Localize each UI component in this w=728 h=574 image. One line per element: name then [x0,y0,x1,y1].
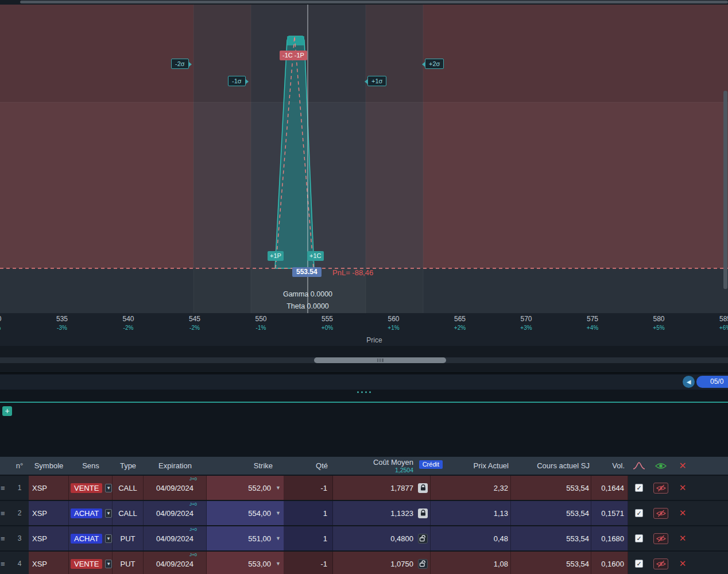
delete-leg-button[interactable]: ✕ [672,501,694,525]
hide-leg-toggle[interactable] [650,552,672,574]
put-leg-tag[interactable]: +1P [268,251,284,261]
side-value: VENTE [71,559,102,569]
eye-icon [655,462,667,470]
side-dropdown[interactable]: ACHAT ▼ [69,526,113,550]
header-cours-sj: Cours actuel SJ [511,457,591,475]
credit-badge[interactable]: Crédit [419,460,443,469]
caret-down-icon[interactable]: ▼ [105,509,112,518]
include-leg-checkbox[interactable]: ✓ [628,476,650,500]
avg-cost-value: 0,4800 [390,534,413,543]
leg-row: ≡ 1 XSP VENTE ▼ CALL J+0 04/09/2024 552,… [0,476,728,500]
x-axis-tick: 550-1% [244,315,278,331]
delete-leg-button[interactable]: ✕ [672,526,694,550]
sigma-plus1-tag: +1σ [367,76,386,86]
net-credit-value: 1,2504 [373,467,413,473]
sigma-plus2-tag: +2σ [425,59,444,69]
leg-symbol: XSP [29,501,69,525]
quantity-cell[interactable]: -1 [284,476,333,500]
side-dropdown[interactable]: VENTE ▼ [69,476,113,500]
strike-dropdown[interactable]: 553,00 ▼ [207,552,284,574]
caret-down-icon[interactable]: ▼ [105,534,112,543]
x-axis-tick: 570+3% [509,315,544,331]
payoff-chart[interactable]: -2σ -1σ +1σ +2σ -1C -1P +1P +1C 553.54 P… [0,5,728,313]
side-dropdown[interactable]: VENTE ▼ [69,552,113,574]
strike-dropdown[interactable]: 552,00 ▼ [207,476,284,500]
chart-vertical-scrollbar[interactable] [723,91,727,289]
expiration-date: 04/09/2024 [156,484,193,492]
side-value: ACHAT [71,508,102,518]
leg-type: CALL [113,501,144,525]
expiration-cell[interactable]: J+0 04/09/2024 [144,476,207,500]
x-axis-tick: 575+4% [575,315,610,331]
delete-leg-button[interactable]: ✕ [672,476,694,500]
delete-all-legs-button[interactable]: ✕ [672,457,694,475]
expiration-cell[interactable]: J+0 04/09/2024 [144,501,207,525]
payoff-curve-toggle[interactable] [628,457,650,475]
delete-leg-button[interactable]: ✕ [672,552,694,574]
checkbox-icon[interactable]: ✓ [635,534,643,542]
header-drag-spacer [0,457,10,475]
expiration-date: 04/09/2024 [156,509,193,518]
checkbox-icon[interactable]: ✓ [635,484,643,492]
unlock-icon[interactable] [418,559,428,569]
scrollbar-thumb[interactable] [314,357,446,363]
lock-icon[interactable] [418,483,428,493]
hide-leg-toggle[interactable] [650,526,672,550]
quantity-cell[interactable]: 1 [284,526,333,550]
chart-horizontal-scrollbar[interactable] [0,357,728,363]
avg-cost-value: 1,0750 [390,560,413,568]
include-leg-checkbox[interactable]: ✓ [628,526,650,550]
caret-down-icon: ▼ [276,510,281,516]
caret-down-icon: ▼ [276,561,281,567]
drag-handle-icon[interactable]: ≡ [0,552,10,574]
top-scrollbar-thumb[interactable] [20,1,728,3]
expiration-cell[interactable]: J+0 04/09/2024 [144,526,207,550]
hide-leg-toggle[interactable] [650,501,672,525]
unlock-icon[interactable] [418,534,428,544]
call-leg-tag[interactable]: +1C [307,251,324,261]
panel-splitter-handle[interactable] [343,390,385,395]
add-tab-button[interactable]: + [2,406,12,416]
avg-cost-cell[interactable]: 1,0750 [333,552,431,574]
drag-handle-icon[interactable]: ≡ [0,526,10,550]
curve-icon [633,461,645,470]
expiration-cell[interactable]: J+0 04/09/2024 [144,552,207,574]
quantity-cell[interactable]: -1 [284,552,333,574]
underlying-price-cell: 553,54 [511,552,591,574]
avg-cost-cell[interactable]: 1,1323 [333,501,431,525]
include-leg-checkbox[interactable]: ✓ [628,501,650,525]
show-all-legs-toggle[interactable] [650,457,672,475]
underlying-price-cell: 553,54 [511,526,591,550]
strategy-peak-tag[interactable]: -1C -1P [280,51,307,60]
header-expiration: Expiration [144,457,207,475]
row-filler [694,526,728,550]
drag-handle-icon[interactable]: ≡ [0,501,10,525]
strike-dropdown[interactable]: 551,00 ▼ [207,526,284,550]
header-cout-moyen: Coût Moyen 1,2504 Crédit [333,457,431,475]
checkbox-icon[interactable]: ✓ [635,560,643,568]
leg-symbol: XSP [29,552,69,574]
side-dropdown[interactable]: ACHAT ▼ [69,501,113,525]
underlying-price-cell: 553,54 [511,501,591,525]
top-scrollbar[interactable] [0,0,728,5]
hide-leg-toggle[interactable] [650,476,672,500]
include-leg-checkbox[interactable]: ✓ [628,552,650,574]
caret-down-icon[interactable]: ▼ [105,560,112,568]
checkbox-icon[interactable]: ✓ [635,509,643,517]
lock-icon[interactable] [418,508,428,518]
caret-down-icon[interactable]: ▼ [105,484,112,492]
avg-cost-cell[interactable]: 0,4800 [333,526,431,550]
chevron-left-icon[interactable]: ◀ [683,376,695,388]
avg-cost-value: 1,1323 [390,509,413,518]
drag-handle-icon[interactable]: ≡ [0,476,10,500]
header-sens: Sens [69,457,113,475]
x-axis-tick: 555+0% [310,315,344,331]
leg-number: 4 [10,552,29,574]
avg-cost-cell[interactable]: 1,7877 [333,476,431,500]
date-slider-handle[interactable]: 05/0 [696,376,728,388]
x-axis-tick: 530-4% [0,315,13,331]
strike-dropdown[interactable]: 554,00 ▼ [207,501,284,525]
date-timeline[interactable]: ◀ 05/0 [0,375,728,390]
quantity-cell[interactable]: 1 [284,501,333,525]
days-to-expiry-badge: J+0 [189,527,197,532]
